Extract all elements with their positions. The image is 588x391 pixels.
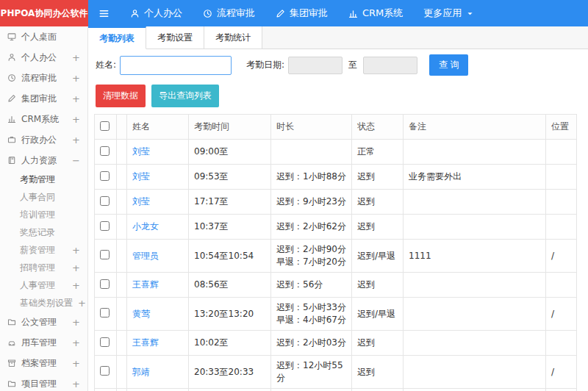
nav-personal-office[interactable]: 个人办公 <box>120 0 193 26</box>
tab-attendance-settings[interactable]: 考勤设置 <box>146 26 204 49</box>
menu-toggle-button[interactable] <box>88 0 120 26</box>
row-checkbox[interactable] <box>100 196 110 206</box>
table-row: 郭靖 20:33至20:33 迟到：12小时55分 迟到 / <box>95 356 577 389</box>
sidebar-item-vehicle-management[interactable]: 用车管理 + <box>0 332 87 353</box>
attendance-time: 09:53至 <box>189 165 271 190</box>
sidebar-item-personnel-management[interactable]: 人事管理 + <box>0 276 87 294</box>
date-to-label: 至 <box>348 59 357 71</box>
expand-plus[interactable]: + <box>72 73 80 84</box>
row-checkbox[interactable] <box>100 146 110 156</box>
status: 迟到 <box>352 331 404 356</box>
sidebar-item-personal-office[interactable]: 个人办公 + <box>0 47 87 68</box>
sidebar-item-process-approval[interactable]: 流程审批 + <box>0 68 87 88</box>
nav-process-approval[interactable]: 流程审批 <box>193 0 265 26</box>
expand-plus[interactable]: + <box>72 337 80 348</box>
app-logo: PHPOA协同办公软件 <box>0 0 88 26</box>
tab-bar: 考勤列表 考勤设置 考勤统计 <box>88 26 588 49</box>
name-filter-label: 姓名: <box>96 59 116 71</box>
select-all-checkbox[interactable] <box>100 121 110 131</box>
table-row: 小龙女 10:37至 迟到：2小时62分 迟到 <box>95 215 577 240</box>
header-status: 状态 <box>352 115 404 140</box>
clock-icon <box>203 9 212 18</box>
row-checkbox[interactable] <box>100 308 110 318</box>
row-checkbox[interactable] <box>100 171 110 181</box>
table-row: 刘莹 09:00至 正常 <box>95 140 577 165</box>
expand-plus[interactable]: + <box>72 114 80 125</box>
sidebar-item-project-management[interactable]: 项目管理 + <box>0 373 87 391</box>
date-from-input[interactable] <box>288 57 343 74</box>
row-checkbox[interactable] <box>100 279 110 289</box>
row-checkbox[interactable] <box>100 250 110 259</box>
sidebar-item-archive-management[interactable]: 档案管理 + <box>0 353 87 373</box>
expand-plus[interactable]: + <box>72 262 80 273</box>
row-checkbox[interactable] <box>100 366 110 376</box>
row-checkbox[interactable] <box>100 221 110 231</box>
duration: 迟到：2小时03分 <box>271 331 352 356</box>
sidebar-item-training-management[interactable]: 培训管理 <box>0 206 87 223</box>
expand-plus[interactable]: + <box>78 298 86 309</box>
expand-minus[interactable]: − <box>72 155 80 166</box>
sidebar-item-personnel-contract[interactable]: 人事合同 <box>0 188 87 206</box>
expand-plus[interactable]: + <box>72 134 80 146</box>
location <box>546 190 577 215</box>
expand-plus[interactable]: + <box>72 317 80 328</box>
table-row: 刘莹 09:53至 迟到：1小时88分 迟到 业务需要外出 <box>95 165 577 190</box>
tab-attendance-stats[interactable]: 考勤统计 <box>204 26 262 49</box>
sidebar-item-base-category-settings[interactable]: 基础类别设置 + <box>0 294 87 312</box>
status: 迟到 <box>352 165 404 190</box>
sidebar-item-reward-punishment[interactable]: 奖惩记录 <box>0 223 87 241</box>
status: 迟到 <box>352 356 404 389</box>
briefcase-icon <box>7 135 16 144</box>
employee-name-link[interactable]: 管理员 <box>132 251 159 261</box>
location <box>546 389 577 391</box>
sidebar-item-human-resources[interactable]: 人力资源 − <box>0 150 87 171</box>
export-list-button[interactable]: 导出查询列表 <box>151 85 219 107</box>
sidebar-item-attendance-management[interactable]: 考勤管理 <box>0 171 87 188</box>
sidebar-item-document-management[interactable]: 公文管理 + <box>0 312 87 332</box>
name-input[interactable] <box>120 56 232 75</box>
nav-label: 个人办公 <box>144 7 182 20</box>
employee-name-link[interactable]: 郭靖 <box>132 367 150 377</box>
employee-name-link[interactable]: 刘莹 <box>132 196 150 207</box>
filter-bar: 姓名: 考勤日期: 至 查 询 <box>88 49 588 81</box>
duration: 迟到：9小时23分 <box>271 190 352 215</box>
clean-data-button[interactable]: 清理数据 <box>96 85 146 107</box>
employee-name-link[interactable]: 王喜辉 <box>132 279 159 290</box>
row-checkbox[interactable] <box>100 337 110 347</box>
employee-name-link[interactable]: 黄莺 <box>132 309 150 319</box>
nav-label: 更多应用 <box>423 7 462 20</box>
employee-name-link[interactable]: 刘莹 <box>132 171 150 182</box>
expand-plus[interactable]: + <box>72 358 80 369</box>
status: 迟到 <box>352 389 404 391</box>
nav-crm-system[interactable]: CRM系统 <box>338 0 413 26</box>
sidebar-item-recruit-management[interactable]: 招聘管理 + <box>0 259 87 276</box>
location <box>546 165 577 190</box>
sidebar-item-admin-office[interactable]: 行政办公 + <box>0 129 87 150</box>
header-remark: 备注 <box>404 115 546 140</box>
sidebar-item-group-approval[interactable]: 集团审批 + <box>0 88 87 109</box>
expand-plus[interactable]: + <box>72 245 80 256</box>
expand-plus[interactable]: + <box>72 52 80 63</box>
date-to-input[interactable] <box>363 57 417 74</box>
expand-plus[interactable]: + <box>72 379 80 390</box>
duration: 迟到：56分 <box>271 273 352 298</box>
sidebar-item-personal-desktop[interactable]: 个人桌面 <box>0 26 87 47</box>
tab-attendance-list[interactable]: 考勤列表 <box>88 26 146 49</box>
location <box>546 215 577 240</box>
attendance-time: 10:54至10:54 <box>189 240 271 273</box>
nav-group-approval[interactable]: 集团审批 <box>265 0 338 26</box>
chart-icon <box>348 9 358 18</box>
duration: 迟到：12小时53分 <box>271 389 352 391</box>
employee-name-link[interactable]: 刘莹 <box>132 146 150 157</box>
expand-plus[interactable]: + <box>72 93 80 104</box>
archive-icon <box>7 359 16 367</box>
status: 迟到 <box>352 273 404 298</box>
folder-icon <box>7 379 16 388</box>
sidebar-item-crm-system[interactable]: CRM系统 + <box>0 109 87 129</box>
expand-plus[interactable]: + <box>72 280 80 291</box>
sidebar-item-salary-management[interactable]: 薪资管理 + <box>0 241 87 259</box>
employee-name-link[interactable]: 王喜辉 <box>132 337 159 348</box>
employee-name-link[interactable]: 小龙女 <box>132 221 159 232</box>
nav-more-apps[interactable]: 更多应用 <box>413 0 484 26</box>
search-button[interactable]: 查 询 <box>429 54 468 76</box>
